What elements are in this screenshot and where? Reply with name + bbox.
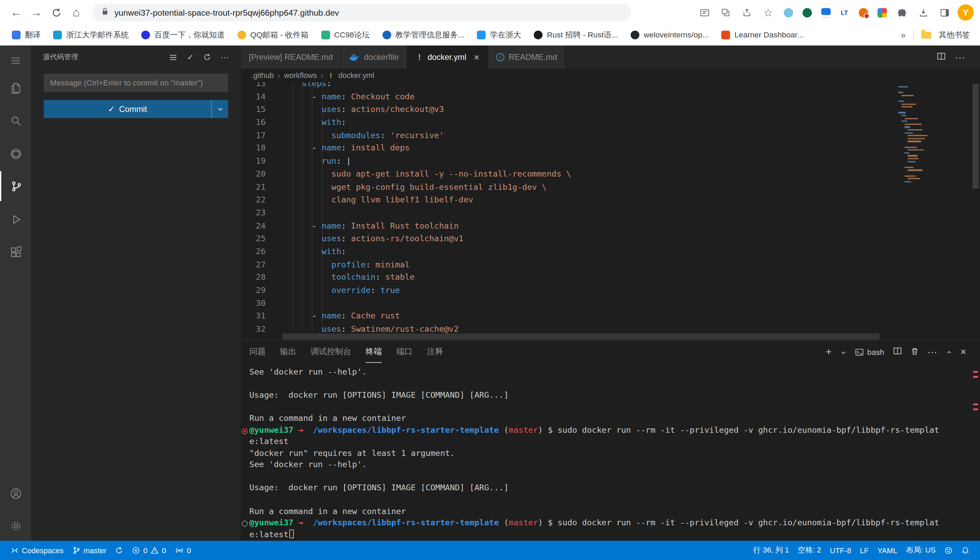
- split-editor-button[interactable]: [937, 52, 946, 63]
- bookmark-item[interactable]: Rust 招聘 - Rust语...: [528, 28, 624, 42]
- bookmark-item[interactable]: weloveinterns/op...: [625, 28, 714, 41]
- home-button[interactable]: ⌂: [67, 2, 87, 22]
- url-text: yunwei37-potential-space-trout-rpr5qwj66…: [114, 8, 339, 17]
- editor-tab-docker.yml[interactable]: !docker.yml×: [408, 46, 488, 69]
- panel-tab-terminal[interactable]: 终端: [366, 341, 382, 363]
- editor-horizontal-scrollbar[interactable]: [283, 333, 880, 340]
- bookmark-favicon: [533, 31, 542, 40]
- activitybar-explorer[interactable]: [0, 73, 31, 103]
- bookmark-star-icon[interactable]: ☆: [760, 4, 776, 21]
- other-bookmarks-label[interactable]: 其他书签: [939, 30, 970, 40]
- panel-more-actions[interactable]: ···: [927, 346, 937, 358]
- activitybar-extensions[interactable]: [0, 237, 31, 267]
- extension-icon-6[interactable]: [875, 6, 889, 19]
- editor-tab-dockerfile[interactable]: dockerfile: [341, 46, 408, 69]
- activitybar-source-control[interactable]: [0, 171, 31, 201]
- panel-tab-problems[interactable]: 问题: [249, 341, 266, 363]
- code-editor[interactable]: 13 steps:14 - name: Checkout code15 uses…: [241, 82, 980, 340]
- downloads-icon[interactable]: [915, 4, 931, 21]
- extension-icon-5[interactable]: [856, 6, 870, 19]
- commit-check-icon[interactable]: ✓: [187, 52, 194, 62]
- eol-indicator[interactable]: LF: [856, 546, 873, 555]
- more-actions-icon[interactable]: ···: [221, 52, 229, 62]
- terminal-error-mark: [973, 403, 978, 405]
- terminal-output[interactable]: See 'docker run --help'.Usage: docker ru…: [241, 363, 980, 541]
- bookmark-item[interactable]: 浙江大学邮件系统: [47, 28, 134, 42]
- settings-gear-icon[interactable]: [0, 511, 31, 541]
- accounts-icon[interactable]: [0, 478, 31, 508]
- extension-icon-2[interactable]: [800, 6, 813, 19]
- new-terminal-button[interactable]: +: [826, 347, 831, 357]
- open-in-window-icon[interactable]: [717, 4, 734, 21]
- split-terminal-button[interactable]: [893, 346, 902, 358]
- indentation-indicator[interactable]: 空格: 2: [793, 545, 825, 556]
- profile-avatar[interactable]: Y: [958, 4, 974, 21]
- panel-tab-comments[interactable]: 注释: [427, 341, 443, 363]
- activitybar-github[interactable]: [0, 138, 31, 168]
- encoding-indicator[interactable]: UTF-8: [825, 546, 855, 555]
- extension-icon-languagetool[interactable]: LT: [838, 6, 851, 19]
- view-as-tree-icon[interactable]: [169, 53, 178, 62]
- terminal-profile-chevron[interactable]: [840, 346, 846, 358]
- breadcrumb[interactable]: .github › workflows › ! docker.yml: [241, 69, 980, 82]
- remote-indicator[interactable]: Codespaces: [6, 541, 68, 560]
- share-icon[interactable]: [739, 4, 755, 21]
- language-mode[interactable]: YAML: [873, 546, 902, 555]
- terminal-tab-bash[interactable]: bash: [855, 347, 884, 356]
- ports-indicator[interactable]: 0: [171, 541, 196, 560]
- sync-button[interactable]: [111, 541, 128, 560]
- commit-message-input[interactable]: [43, 74, 228, 92]
- forward-button[interactable]: →: [26, 2, 46, 22]
- bookmark-item[interactable]: 翻译: [6, 28, 46, 42]
- bookmark-item[interactable]: 教学管理信息服务...: [376, 28, 470, 42]
- extensions-puzzle-icon[interactable]: [894, 4, 910, 21]
- terminal-line: Usage: docker run [OPTIONS] IMAGE [COMMA…: [249, 482, 980, 494]
- panel-tab-output[interactable]: 输出: [280, 341, 296, 363]
- side-panel-icon[interactable]: [937, 4, 953, 21]
- bookmark-item[interactable]: Learner Dashboar...: [716, 28, 809, 41]
- refresh-button[interactable]: [46, 2, 67, 22]
- branch-indicator[interactable]: master: [68, 541, 111, 560]
- maximize-panel-button[interactable]: [946, 346, 952, 358]
- address-bar[interactable]: yunwei37-potential-space-trout-rpr5qwj66…: [93, 4, 631, 21]
- notifications-bell[interactable]: [957, 547, 974, 555]
- close-panel-button[interactable]: ×: [961, 347, 967, 357]
- sync-icon: [115, 547, 123, 555]
- terminal-line: @yunwei37 → /workspaces/libbpf-rs-starte…: [249, 425, 980, 436]
- error-count: 0: [143, 546, 147, 555]
- back-button[interactable]: ←: [6, 2, 26, 22]
- bookmark-item[interactable]: 学在浙大: [471, 28, 527, 42]
- panel-tab-ports[interactable]: 端口: [396, 341, 413, 363]
- line-number: 24: [241, 220, 266, 232]
- kill-terminal-button[interactable]: [911, 346, 919, 358]
- bookmark-label: Learner Dashboar...: [734, 31, 804, 40]
- breadcrumb-item[interactable]: .github: [251, 71, 274, 80]
- commit-dropdown-chevron[interactable]: [211, 100, 228, 118]
- extension-icon-1[interactable]: [781, 6, 795, 19]
- refresh-icon[interactable]: [203, 53, 211, 61]
- commit-button[interactable]: ✓ Commit: [43, 100, 228, 118]
- bookmarks-overflow-chevron[interactable]: »: [901, 30, 905, 40]
- extension-icon-3[interactable]: [819, 6, 833, 19]
- activitybar-run-debug[interactable]: [0, 204, 31, 234]
- editor-vertical-scrollbar[interactable]: [973, 84, 978, 188]
- bookmark-item[interactable]: CC98论坛: [315, 28, 375, 42]
- editor-tab--preview-readme.md[interactable]: [Preview] README.md: [241, 46, 341, 69]
- problems-indicator[interactable]: 0 0: [128, 541, 171, 560]
- editor-more-actions[interactable]: ···: [955, 52, 965, 63]
- activitybar-search[interactable]: [0, 105, 31, 135]
- feedback-icon[interactable]: [940, 547, 957, 555]
- cursor-position[interactable]: 行 36, 列 1: [749, 545, 793, 556]
- editor-tab-readme.md[interactable]: iREADME.md: [488, 46, 565, 69]
- bookmark-item[interactable]: 百度一下，你就知道: [135, 28, 230, 42]
- breadcrumb-item[interactable]: workflows: [284, 71, 317, 80]
- bookmark-item[interactable]: QQ邮箱 - 收件箱: [232, 28, 314, 42]
- minimap[interactable]: [895, 86, 946, 211]
- panel-tab-debug-console[interactable]: 调试控制台: [311, 341, 351, 363]
- reading-list-icon[interactable]: [696, 4, 713, 21]
- keyboard-layout[interactable]: 布局: US: [902, 545, 940, 556]
- close-tab-icon[interactable]: ×: [474, 52, 480, 62]
- breadcrumb-file[interactable]: docker.yml: [338, 71, 374, 80]
- code-line: 28 toolchain: stable: [241, 271, 895, 284]
- menu-hamburger-icon[interactable]: [0, 46, 31, 75]
